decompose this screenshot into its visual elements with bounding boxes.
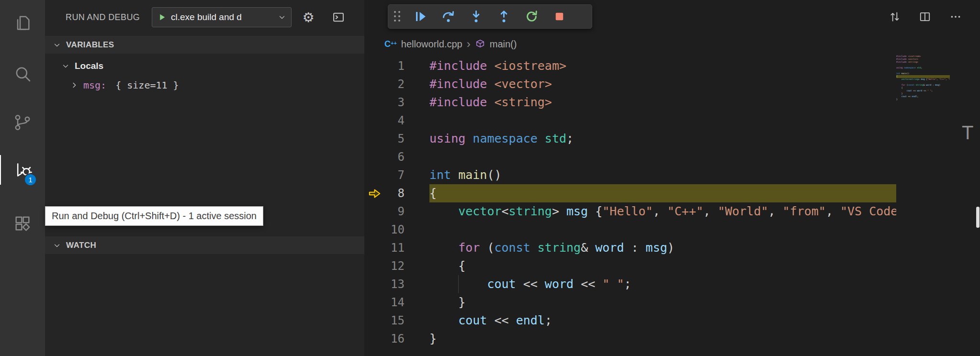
line-number[interactable]: 14 bbox=[385, 293, 405, 312]
breadcrumb-file[interactable]: helloworld.cpp bbox=[401, 39, 462, 50]
code-text[interactable]: { bbox=[429, 184, 896, 202]
code-line[interactable]: 7int main() bbox=[364, 166, 896, 184]
line-number[interactable]: 1 bbox=[385, 57, 405, 75]
debug-console-icon[interactable] bbox=[331, 10, 346, 25]
glyph-margin[interactable] bbox=[364, 148, 385, 166]
code-text[interactable]: int main() bbox=[429, 166, 896, 184]
glyph-margin[interactable] bbox=[364, 312, 385, 330]
glyph-margin[interactable] bbox=[364, 257, 385, 275]
glyph-margin[interactable] bbox=[364, 57, 385, 75]
glyph-margin[interactable] bbox=[364, 221, 385, 239]
activity-item-explorer[interactable] bbox=[0, 8, 45, 38]
activity-item-extensions[interactable] bbox=[0, 209, 45, 238]
line-number[interactable]: 13 bbox=[385, 275, 405, 293]
code-token: <vector> bbox=[494, 77, 552, 91]
code-token: << bbox=[574, 277, 602, 291]
minimap[interactable]: #include <iostream>#include <vector>#inc… bbox=[896, 55, 950, 354]
restart-button[interactable] bbox=[518, 6, 545, 27]
start-debugging-icon[interactable] bbox=[157, 12, 167, 22]
code-text[interactable]: cout << word << " "; bbox=[429, 275, 896, 293]
current-statement-arrow-icon bbox=[368, 187, 381, 200]
continue-button[interactable] bbox=[406, 6, 434, 27]
glyph-margin[interactable] bbox=[364, 202, 385, 221]
code-line[interactable]: 12 { bbox=[364, 257, 896, 275]
code-line[interactable]: 13 cout << word << " "; bbox=[364, 275, 896, 293]
code-line[interactable]: 14 } bbox=[364, 293, 896, 312]
line-number[interactable]: 16 bbox=[385, 330, 405, 348]
variables-section-header[interactable]: VARIABLES bbox=[45, 36, 364, 54]
code-line[interactable]: 5using namespace std; bbox=[364, 130, 896, 148]
code-text[interactable] bbox=[429, 111, 896, 130]
code-token: { bbox=[588, 204, 602, 218]
code-line[interactable]: 10 bbox=[364, 221, 896, 239]
breadcrumb-symbol[interactable]: main() bbox=[490, 39, 517, 50]
code-line[interactable]: 11 for (const string& word : msg) bbox=[364, 239, 896, 257]
code-text[interactable]: #include <iostream> bbox=[429, 57, 896, 75]
code-text[interactable]: vector<string> msg {"Hello", "C++", "Wor… bbox=[429, 202, 896, 221]
activity-item-search[interactable] bbox=[0, 59, 45, 89]
code-text[interactable]: cout << endl; bbox=[429, 312, 896, 330]
code-line[interactable]: 6 bbox=[364, 148, 896, 166]
glyph-margin[interactable] bbox=[364, 239, 385, 257]
gear-icon[interactable]: ⚙ bbox=[301, 10, 316, 25]
code-line[interactable]: 9 vector<string> msg {"Hello", "C++", "W… bbox=[364, 202, 896, 221]
activity-item-run-and-debug[interactable]: 1 bbox=[0, 155, 45, 185]
variable-row-msg[interactable]: msg: { size=11 } bbox=[45, 76, 364, 95]
watch-section-header[interactable]: WATCH bbox=[45, 236, 364, 254]
line-number[interactable]: 12 bbox=[385, 257, 405, 275]
glyph-margin[interactable] bbox=[364, 293, 385, 312]
compare-changes-button[interactable] bbox=[886, 8, 904, 26]
code-token: "VS Code bbox=[840, 204, 896, 218]
more-actions-button[interactable] bbox=[946, 8, 965, 26]
code-token bbox=[487, 77, 494, 91]
glyph-margin[interactable] bbox=[364, 75, 385, 93]
line-number[interactable]: 15 bbox=[385, 312, 405, 330]
line-number[interactable]: 4 bbox=[385, 111, 405, 130]
code-token: for bbox=[458, 241, 480, 255]
code-line[interactable]: 8{ bbox=[364, 184, 896, 202]
step-over-button[interactable] bbox=[434, 6, 462, 27]
line-number[interactable]: 10 bbox=[385, 221, 405, 239]
glyph-margin[interactable] bbox=[364, 166, 385, 184]
code-line[interactable]: 4 bbox=[364, 111, 896, 130]
line-number[interactable]: 5 bbox=[385, 130, 405, 148]
code-line[interactable]: 2#include <vector> bbox=[364, 75, 896, 93]
stop-button[interactable] bbox=[545, 6, 573, 27]
code-text[interactable]: using namespace std; bbox=[429, 130, 896, 148]
glyph-margin[interactable] bbox=[364, 93, 385, 111]
code-line[interactable]: 3#include <string> bbox=[364, 93, 896, 111]
code-text[interactable]: #include <string> bbox=[429, 93, 896, 111]
line-number[interactable]: 7 bbox=[385, 166, 405, 184]
run-and-debug-panel: RUN AND DEBUG cl.exe build and d ⚙ VARIA… bbox=[45, 0, 364, 356]
code-text[interactable] bbox=[429, 221, 896, 239]
code-text[interactable] bbox=[429, 148, 896, 166]
line-number[interactable]: 11 bbox=[385, 239, 405, 257]
line-number[interactable]: 3 bbox=[385, 93, 405, 111]
step-into-button[interactable] bbox=[462, 6, 490, 27]
code-line[interactable]: 15 cout << endl; bbox=[364, 312, 896, 330]
glyph-margin[interactable] bbox=[364, 275, 385, 293]
locals-scope-row[interactable]: Locals bbox=[45, 56, 364, 76]
code-line[interactable]: 16} bbox=[364, 330, 896, 348]
watch-section-label: WATCH bbox=[66, 241, 96, 250]
debug-config-dropdown[interactable]: cl.exe build and d bbox=[152, 7, 292, 27]
code-text[interactable]: } bbox=[429, 330, 896, 348]
code-text[interactable]: { bbox=[429, 257, 896, 275]
scrollbar-thumb[interactable] bbox=[976, 207, 980, 228]
split-editor-button[interactable] bbox=[916, 8, 934, 26]
drag-handle[interactable] bbox=[394, 11, 401, 22]
activity-item-source-control[interactable] bbox=[0, 108, 45, 137]
line-number[interactable]: 2 bbox=[385, 75, 405, 93]
code-text[interactable]: #include <vector> bbox=[429, 75, 896, 93]
line-number[interactable]: 8 bbox=[385, 184, 405, 202]
glyph-margin[interactable] bbox=[364, 130, 385, 148]
step-out-button[interactable] bbox=[490, 6, 518, 27]
code-text[interactable]: } bbox=[429, 293, 896, 312]
code-text[interactable]: for (const string& word : msg) bbox=[429, 239, 896, 257]
glyph-margin[interactable] bbox=[364, 184, 385, 202]
glyph-margin[interactable] bbox=[364, 330, 385, 348]
line-number[interactable]: 6 bbox=[385, 148, 405, 166]
code-line[interactable]: 1#include <iostream> bbox=[364, 57, 896, 75]
line-number[interactable]: 9 bbox=[385, 202, 405, 221]
glyph-margin[interactable] bbox=[364, 111, 385, 130]
